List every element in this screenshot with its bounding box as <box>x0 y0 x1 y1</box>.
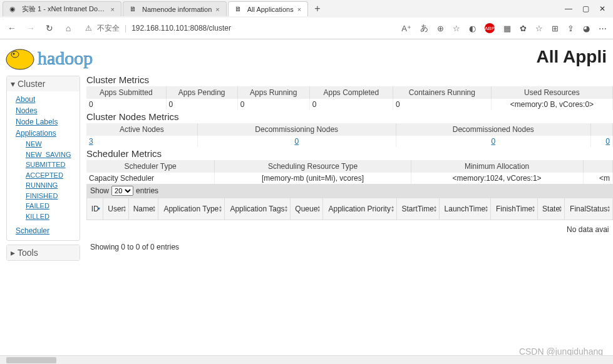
back-button[interactable]: ← <box>6 23 18 33</box>
svg-point-2 <box>13 53 15 55</box>
no-data-row: No data avai <box>87 220 613 240</box>
col-start[interactable]: StartTime▴▾ <box>396 198 439 220</box>
node-metrics-title: Cluster Nodes Metrics <box>86 111 613 122</box>
col-finish[interactable]: FinishTime▴▾ <box>491 198 538 220</box>
applications-table: ID▾ User▴▾ Name▴▾ Application Type▴▾ App… <box>86 198 613 239</box>
sidebar-about[interactable]: About <box>16 94 76 105</box>
sidebar-tools-header[interactable]: ▸Tools <box>7 245 80 260</box>
collections-icon[interactable]: ⊞ <box>552 24 559 33</box>
favorites-icon[interactable]: ☆ <box>535 24 543 33</box>
security-label: 不安全 <box>97 23 120 34</box>
svg-text:hadoop: hadoop <box>38 48 93 68</box>
address-bar: ← → ↻ ⌂ ⚠ 不安全 | 192.168.110.101:8088/clu… <box>0 18 613 39</box>
sidebar-nodes[interactable]: Nodes <box>16 105 76 116</box>
hadoop-logo: hadoop <box>3 42 134 72</box>
profile-icon[interactable]: ◕ <box>583 24 590 33</box>
col-finalstatus[interactable]: FinalStatus▴▾ <box>565 198 613 220</box>
sidebar-node-labels[interactable]: Node Labels <box>16 116 76 128</box>
adblock-icon[interactable]: ABP <box>485 23 495 33</box>
minimize-icon[interactable]: — <box>565 4 572 13</box>
close-icon[interactable]: × <box>215 6 219 13</box>
col-apptype[interactable]: Application Type▴▾ <box>158 198 224 220</box>
sidebar-state-new[interactable]: NEW <box>26 139 76 149</box>
file-icon: 🗎 <box>130 5 138 14</box>
favorite-icon[interactable]: ☆ <box>453 24 460 33</box>
caret-down-icon: ▾ <box>11 79 15 89</box>
svg-point-0 <box>6 49 34 69</box>
favicon-icon: ◉ <box>9 5 18 14</box>
sidebar-applications[interactable]: Applications <box>16 128 76 139</box>
extensions-icon[interactable]: ✿ <box>520 24 527 33</box>
caret-right-icon: ▸ <box>11 248 15 258</box>
col-id[interactable]: ID▾ <box>87 198 103 220</box>
main-content: Cluster Metrics Apps SubmittedApps Pendi… <box>83 73 613 364</box>
scheduler-metrics-title: Scheduler Metrics <box>86 148 613 159</box>
svg-point-1 <box>11 51 19 58</box>
col-queue[interactable]: Queue▴▾ <box>291 198 323 220</box>
scheduler-metrics-table: Scheduler TypeScheduling Resource Type M… <box>86 160 613 184</box>
node-metrics-table: Active NodesDecommissioning Nodes Decomm… <box>86 123 613 147</box>
close-icon[interactable]: × <box>297 6 301 13</box>
active-nodes-link[interactable]: 3 <box>89 137 93 146</box>
tab-3-active[interactable]: 🗎 All Applications × <box>228 1 308 16</box>
zoom-icon[interactable]: ⊕ <box>437 24 444 33</box>
sidebar-state-accepted[interactable]: ACCEPTED <box>26 170 76 181</box>
home-button[interactable]: ⌂ <box>63 23 74 33</box>
maximize-icon[interactable]: ▢ <box>582 4 589 13</box>
entries-select[interactable]: 20 <box>111 186 133 196</box>
ext2-icon[interactable]: ▦ <box>503 24 511 33</box>
insecure-icon: ⚠ <box>85 24 92 33</box>
forward-button[interactable]: → <box>25 23 36 33</box>
ext1-icon[interactable]: ◐ <box>469 24 476 33</box>
sidebar-scheduler[interactable]: Scheduler <box>16 225 76 236</box>
sidebar-state-running[interactable]: RUNNING <box>26 180 76 191</box>
tab-2[interactable]: 🗎 Namenode information × <box>123 1 227 16</box>
col-tags[interactable]: Application Tags▴▾ <box>224 198 290 220</box>
sidebar-state-submitted[interactable]: SUBMITTED <box>26 159 76 170</box>
col-state[interactable]: State▴▾ <box>538 198 565 220</box>
new-tab-button[interactable]: + <box>309 3 325 14</box>
menu-icon[interactable]: ⋯ <box>599 24 607 33</box>
horizontal-scrollbar[interactable] <box>0 355 613 364</box>
col-priority[interactable]: Application Priority▴▾ <box>322 198 396 220</box>
entries-selector: Show 20 entries <box>86 184 613 198</box>
file-icon: 🗎 <box>235 5 244 14</box>
table-footer: Showing 0 to 0 of 0 entries <box>86 239 613 255</box>
cluster-metrics-table: Apps SubmittedApps Pending Apps RunningA… <box>86 86 613 110</box>
url-text[interactable]: 192.168.110.101:8088/cluster <box>131 24 231 33</box>
sidebar-state-finished[interactable]: FINISHED <box>26 191 76 201</box>
col-user[interactable]: User▴▾ <box>103 198 128 220</box>
share-icon[interactable]: ⇪ <box>567 24 574 33</box>
translate-icon[interactable]: あ <box>420 23 428 34</box>
tab-bar: ◉ 实验 1 - xNet Intranet Document × 🗎 Name… <box>0 0 613 18</box>
cluster-metrics-title: Cluster Metrics <box>86 74 613 85</box>
tab-1[interactable]: ◉ 实验 1 - xNet Intranet Document × <box>3 1 121 16</box>
col-launch[interactable]: LaunchTime▴▾ <box>439 198 491 220</box>
sidebar: ▾Cluster About Nodes Node Labels Applica… <box>0 73 83 364</box>
reader-icon[interactable]: A⁺ <box>401 24 411 33</box>
page-title: All Appli <box>536 47 607 67</box>
refresh-button[interactable]: ↻ <box>44 23 55 33</box>
close-window-icon[interactable]: ✕ <box>599 4 605 13</box>
col-name[interactable]: Name▴▾ <box>128 198 158 220</box>
sidebar-state-failed[interactable]: FAILED <box>26 201 76 211</box>
sidebar-state-new-saving[interactable]: NEW_SAVING <box>26 149 76 160</box>
sidebar-cluster-header[interactable]: ▾Cluster <box>7 76 80 91</box>
sidebar-state-killed[interactable]: KILLED <box>26 211 76 222</box>
close-icon[interactable]: × <box>111 6 115 13</box>
